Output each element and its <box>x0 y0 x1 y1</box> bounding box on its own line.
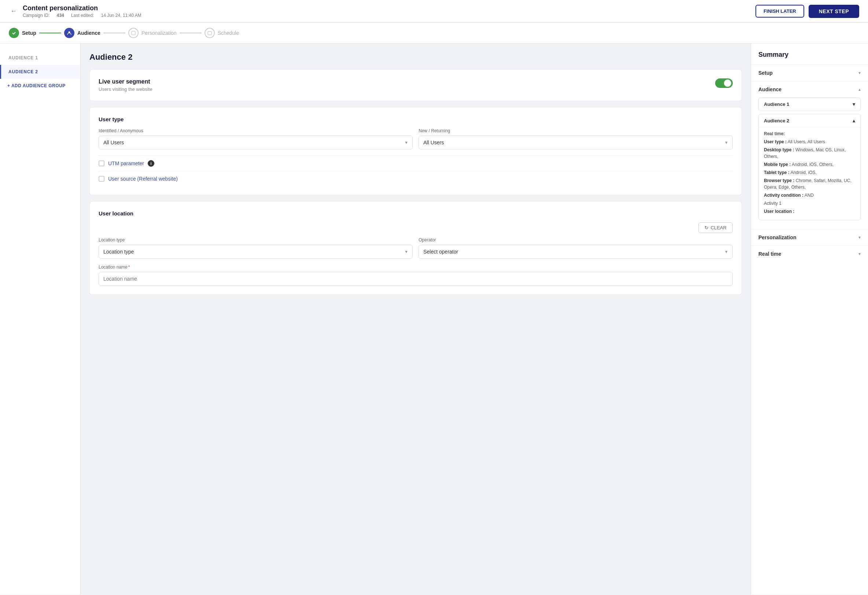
svg-point-0 <box>12 31 16 35</box>
clear-button[interactable]: ↻ CLEAR <box>698 222 733 233</box>
header-info: Content personalization Campaign ID: 434… <box>23 4 153 18</box>
summary-user-location: User location : <box>764 208 855 215</box>
finish-later-button[interactable]: FINISH LATER <box>756 5 804 18</box>
location-name-input[interactable] <box>99 272 733 286</box>
location-name-field: Location name* <box>99 265 733 286</box>
user-source-label[interactable]: User source (Referral website) <box>108 176 178 182</box>
location-type-select-wrapper: Location type ▼ <box>99 245 413 259</box>
summary-audience2-chevron: ▴ <box>853 118 855 124</box>
steps-bar: Setup Audience Personalization Schedule <box>0 23 868 44</box>
page-title: Content personalization <box>23 4 153 12</box>
step-personalization[interactable]: Personalization <box>128 28 177 38</box>
summary-audience1-header[interactable]: Audience 1 ▾ <box>759 98 860 110</box>
user-location-card: User location ↻ CLEAR Location type Loca… <box>89 201 742 295</box>
live-segment-title: Live user segment <box>99 78 152 85</box>
summary-personalization-section: Personalization ▾ <box>751 229 868 246</box>
user-type-summary-label: User type : <box>764 139 787 144</box>
summary-setup-chevron: ▾ <box>858 70 861 75</box>
summary-realtime-header[interactable]: Real time ▾ <box>751 246 868 262</box>
step-personalization-icon <box>128 28 139 38</box>
summary-setup-header[interactable]: Setup ▾ <box>751 65 868 81</box>
user-location-title: User location <box>99 210 733 216</box>
summary-realtime-section: Real time ▾ <box>751 246 868 262</box>
returning-select-wrapper: All Users New Returning ▼ <box>419 135 733 149</box>
live-segment-subtitle: Users visiting the website <box>99 87 152 92</box>
summary-audience2-group: Audience 2 ▴ Real time: User type : All … <box>759 114 861 220</box>
summary-mobile-type: Mobile type : Android, iOS, Others, <box>764 161 855 168</box>
step-connector-1 <box>39 32 61 33</box>
step-setup-label: Setup <box>22 30 36 36</box>
utm-parameter-label[interactable]: UTM parameter <box>108 161 144 166</box>
summary-personalization-header[interactable]: Personalization ▾ <box>751 229 868 246</box>
user-source-checkbox[interactable] <box>99 176 105 182</box>
sidebar-item-audience1[interactable]: AUDIENCE 1 <box>0 51 80 65</box>
main-layout: AUDIENCE 1 AUDIENCE 2 + ADD AUDIENCE GRO… <box>0 44 868 595</box>
live-segment-header: Live user segment Users visiting the web… <box>99 78 733 92</box>
back-button[interactable]: ← <box>9 6 18 16</box>
activity-condition-summary-value: AND <box>805 193 814 198</box>
step-setup[interactable]: Setup <box>9 28 36 38</box>
summary-audience1-group: Audience 1 ▾ <box>759 97 861 111</box>
operator-select[interactable]: Select operator <box>419 245 733 259</box>
location-type-label: Location type <box>99 237 413 243</box>
summary-audience-title: Audience <box>759 87 781 92</box>
utm-parameter-checkbox[interactable] <box>99 161 105 166</box>
last-edited: Last edited: 14 Jun 24, 11:40 AM <box>71 13 147 18</box>
identified-field: Identified / Anonymous All Users Identif… <box>99 128 413 149</box>
summary-setup-title: Setup <box>759 70 773 76</box>
tablet-type-summary-value: Android, iOS, <box>790 170 816 175</box>
identified-select-wrapper: All Users Identified Anonymous ▼ <box>99 135 413 149</box>
summary-audience2-label: Audience 2 <box>764 118 789 124</box>
user-location-summary-label: User location : <box>764 209 794 214</box>
summary-realtime-chevron: ▾ <box>858 251 861 256</box>
step-audience[interactable]: Audience <box>64 28 100 38</box>
user-type-title: User type <box>99 116 733 122</box>
summary-audience1-chevron: ▾ <box>853 102 855 107</box>
summary-audience-chevron: ▴ <box>858 87 861 92</box>
activity1-summary-label: Activity 1 <box>764 201 781 206</box>
sidebar-item-audience2[interactable]: AUDIENCE 2 <box>0 65 80 79</box>
content-area: Audience 2 Live user segment Users visit… <box>81 44 751 595</box>
browser-type-summary-label: Browser type : <box>764 178 794 183</box>
summary-browser-type: Browser type : Chrome, Safari, Mozilla, … <box>764 177 855 190</box>
required-indicator: * <box>128 265 130 270</box>
add-audience-group-button[interactable]: + ADD AUDIENCE GROUP <box>0 79 80 93</box>
realtime-label: Real time: <box>764 131 855 136</box>
returning-select[interactable]: All Users New Returning <box>419 135 733 149</box>
header-meta: Campaign ID: 434 Last edited: 14 Jun 24,… <box>23 13 153 18</box>
activity-condition-summary-label: Activity condition : <box>764 193 803 198</box>
header-left: ← Content personalization Campaign ID: 4… <box>9 4 153 18</box>
summary-audience-section: Audience ▴ Audience 1 ▾ Audience 2 ▴ <box>751 81 868 229</box>
returning-field: New / Returning All Users New Returning … <box>419 128 733 149</box>
refresh-icon: ↻ <box>704 225 709 230</box>
summary-tablet-type: Tablet type : Android, iOS, <box>764 169 855 176</box>
summary-audience2-details: Real time: User type : All Users, All Us… <box>759 127 860 220</box>
summary-audience-header[interactable]: Audience ▴ <box>751 81 868 97</box>
step-setup-icon <box>9 28 19 38</box>
summary-activity1: Activity 1 <box>764 200 855 207</box>
summary-setup-section: Setup ▾ <box>751 65 868 81</box>
summary-audience2-header[interactable]: Audience 2 ▴ <box>759 114 860 127</box>
toggle-knob <box>724 80 731 87</box>
location-name-label: Location name* <box>99 265 733 270</box>
identified-select[interactable]: All Users Identified Anonymous <box>99 135 413 149</box>
step-schedule-label: Schedule <box>218 30 239 36</box>
step-schedule[interactable]: Schedule <box>205 28 239 38</box>
operator-label: Operator <box>419 237 733 243</box>
summary-personalization-chevron: ▾ <box>858 235 861 240</box>
mobile-type-summary-value: Android, iOS, Others, <box>792 162 834 167</box>
utm-info-icon[interactable]: i <box>148 160 154 167</box>
header-actions: FINISH LATER NEXT STEP <box>756 5 859 18</box>
summary-audience1-label: Audience 1 <box>764 102 789 107</box>
mobile-type-summary-label: Mobile type : <box>764 162 791 167</box>
summary-personalization-title: Personalization <box>759 234 796 240</box>
next-step-button[interactable]: NEXT STEP <box>809 5 859 18</box>
svg-rect-2 <box>131 31 135 35</box>
user-type-row: Identified / Anonymous All Users Identif… <box>99 128 733 149</box>
identified-label: Identified / Anonymous <box>99 128 413 133</box>
summary-desktop-type: Desktop type : Windows, Mac OS, Linux, O… <box>764 147 855 160</box>
live-segment-toggle[interactable] <box>715 78 733 88</box>
campaign-id-label: Campaign ID: 434 <box>23 13 64 18</box>
location-type-select[interactable]: Location type <box>99 245 413 259</box>
desktop-type-summary-label: Desktop type : <box>764 147 794 152</box>
